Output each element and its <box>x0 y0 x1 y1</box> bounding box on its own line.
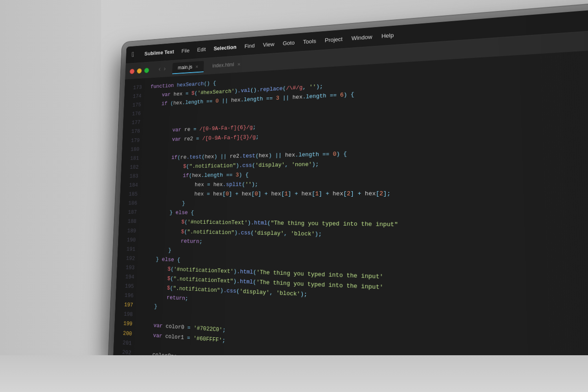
menu-item-find[interactable]: Find <box>244 42 255 49</box>
tab-close-index-html[interactable]: ✕ <box>237 62 240 66</box>
tab-label-main-js: main.js <box>178 64 192 70</box>
menu-item-edit[interactable]: Edit <box>197 46 206 53</box>
back-arrow-icon[interactable]: ‹ <box>158 66 161 73</box>
monitor:  Sublime Text File Edit Selection Find … <box>113 5 588 392</box>
tab-label-index-html: index.html <box>212 62 234 69</box>
maximize-button[interactable] <box>144 68 149 73</box>
menu-item-project[interactable]: Project <box>325 36 343 44</box>
traffic-lights <box>130 68 149 74</box>
tab-close-main-js[interactable]: ✕ <box>195 64 198 69</box>
menu-item-view[interactable]: View <box>263 41 274 48</box>
minimize-button[interactable] <box>137 68 142 74</box>
menu-item-selection[interactable]: Selection <box>214 44 237 51</box>
laptop-frame:  Sublime Text File Edit Selection Find … <box>0 0 588 392</box>
menu-item-goto[interactable]: Goto <box>283 40 294 47</box>
laptop-body-left <box>0 0 101 392</box>
menu-item-appname[interactable]: Sublime Text <box>144 49 174 57</box>
laptop-body-bottom <box>0 355 588 392</box>
code-line-185: hex = hex[0] + hex[0] + hex[1] + hex[1] … <box>146 188 588 199</box>
menu-item-file[interactable]: File <box>181 47 190 54</box>
forward-arrow-icon[interactable]: › <box>163 65 166 73</box>
menu-item-tools[interactable]: Tools <box>303 38 316 45</box>
tab-index-html[interactable]: index.html ✕ <box>207 58 246 72</box>
code-editor: 173 174 175 176 177 178 179 180 181 182 … <box>113 46 588 392</box>
close-button[interactable] <box>130 68 135 74</box>
menu-item-window[interactable]: Window <box>351 34 372 42</box>
tab-main-js[interactable]: main.js ✕ <box>172 61 204 74</box>
apple-logo-icon:  <box>132 51 136 59</box>
nav-arrows: ‹ › <box>158 65 166 73</box>
code-content: function hexSearch() { var hex = $('#hex… <box>134 50 588 392</box>
menu-item-help[interactable]: Help <box>381 32 394 39</box>
